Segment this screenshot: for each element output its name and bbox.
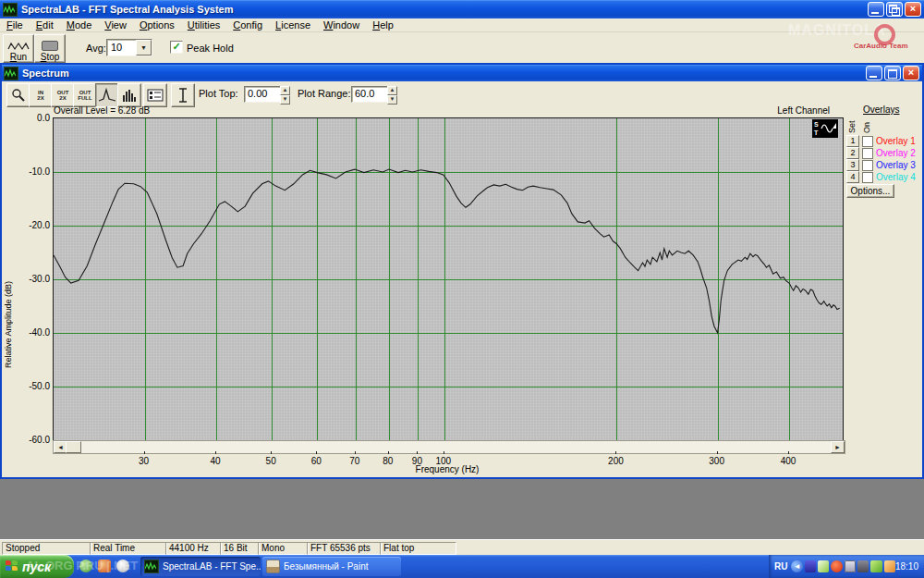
stop-button[interactable]: Stop [34,34,66,63]
plot-range-input[interactable]: 60.0 [351,86,389,103]
peak-hold-checkbox[interactable]: ✓ [170,41,183,54]
plot-top-spin-down-icon[interactable]: ▼ [280,95,290,105]
channel-st-icon[interactable]: ST [812,119,838,138]
avg-dropdown[interactable]: 10 ▼ [106,39,152,56]
overlay-4-set-button[interactable]: 4 [846,171,859,183]
tray-icon-4[interactable] [845,560,856,572]
status-channels: Mono [258,542,309,555]
menu-config[interactable]: Config [226,19,269,31]
plot-area[interactable]: ST [53,117,844,441]
minimize-button[interactable] [868,2,884,17]
magnifier-icon [11,88,26,103]
taskbar-item-spectralab[interactable]: SpectraLAB - FFT Spe... [140,557,261,576]
spectrum-minimize-button[interactable] [866,66,882,80]
y-tick-label: -40.0 [29,327,50,338]
overlay-1-checkbox[interactable] [862,136,873,147]
y-tick-label: -10.0 [29,166,50,177]
spectrum-window-title: Spectrum [22,68,69,79]
scroll-right-arrow-icon[interactable]: ► [831,441,845,453]
x-axis-title: Frequency (Hz) [53,464,842,474]
zoom-in-2x-label2: 2X [37,95,43,101]
spectrum-titlebar: Spectrum × [2,65,922,81]
start-button-label: пуск [22,560,51,574]
overlay-3-checkbox[interactable] [862,160,873,171]
spectrum-body: IN 2X OUT 2X OUT FULL Plot [2,81,922,477]
menu-license[interactable]: License [269,19,317,31]
quicklaunch-icon-1[interactable] [79,560,92,572]
scrollbar-thumb[interactable] [66,441,81,453]
status-window-function: Flat top [380,542,456,555]
quicklaunch-icon-2[interactable] [98,560,111,572]
menu-help[interactable]: Help [366,19,400,31]
amplitude-axis-button[interactable] [171,83,195,107]
tray-icon-7[interactable] [884,560,895,572]
tray-icon-3[interactable] [831,560,842,572]
line-plot-mode-button[interactable] [95,83,119,107]
overlay-options-button[interactable]: Options... [846,184,894,198]
plot-range-spin-up-icon[interactable]: ▲ [387,86,397,95]
overlay-3-set-button[interactable]: 3 [846,159,859,171]
y-tick-label: -60.0 [29,435,50,445]
plot-top-spinner[interactable]: ▲▼ [280,86,290,105]
overlays-title: Overlays [863,105,899,115]
window-controls: × [866,2,921,17]
menu-options[interactable]: Options [133,19,181,31]
language-indicator[interactable]: RU [774,561,787,572]
tray-icon-1[interactable] [805,560,816,572]
tray-icon-2[interactable] [818,560,829,572]
restore-button[interactable] [886,2,903,17]
overall-level-label: Overall Level = 6.28 dB [54,105,150,116]
y-axis-ticks: 0.0-10.0-20.0-30.0-40.0-50.0-60.0 [18,117,50,439]
plot-options-button[interactable] [143,83,167,107]
menu-mode[interactable]: Mode [60,19,99,31]
spectrum-maximize-button[interactable] [884,66,901,80]
plot-top-spin-up-icon[interactable]: ▲ [280,86,290,95]
menu-utilities[interactable]: Utilities [181,19,226,31]
zoom-out-2x-button[interactable]: OUT 2X [51,83,75,107]
zoom-tool-button[interactable] [6,83,30,107]
clock[interactable]: 18:10 [895,561,918,572]
peak-curve-icon [98,88,116,103]
close-button[interactable]: × [905,2,921,17]
menu-window[interactable]: Window [317,19,366,31]
plot-top-input[interactable]: 0.00 [244,86,282,103]
plot-h-scrollbar[interactable]: ◄ ► [53,440,845,454]
spectrum-close-button[interactable]: × [903,66,919,80]
menu-file[interactable]: File [0,19,30,31]
plot-range-label: Plot Range: [298,88,350,99]
paint-task-icon [266,560,280,573]
zoom-in-2x-button[interactable]: IN 2X [29,83,53,107]
tray-icon-5[interactable] [857,560,869,572]
tray-icon-6[interactable] [870,560,881,572]
spectrum-window-controls: × [864,66,919,80]
avg-dropdown-arrow-icon[interactable]: ▼ [136,40,152,55]
start-button[interactable]: пуск [0,555,74,578]
quicklaunch-icon-3[interactable] [116,560,129,572]
y-tick-label: -30.0 [29,274,50,284]
stop-button-label: Stop [41,52,60,62]
taskbar-item-paint[interactable]: Безымянный - Paint [262,557,401,576]
overlay-4-label: Overlay 4 [876,172,916,182]
app-icon [3,3,18,17]
tray-collapse-chevron-icon[interactable]: ◄ [791,560,802,572]
overlay-2-label: Overlay 2 [876,148,916,158]
run-waveform-icon [7,41,30,52]
overlays-panel: Overlays Set On 1 Overlay 1 2 Overlay 2 … [843,105,920,206]
run-button[interactable]: Run [3,34,34,63]
bar-plot-mode-button[interactable] [117,83,141,107]
overlay-4-checkbox[interactable] [862,172,873,183]
overlays-on-label: On [862,117,871,133]
menu-edit[interactable]: Edit [30,19,60,31]
overlay-3-label: Overlay 3 [876,160,916,170]
overlay-2-checkbox[interactable] [862,148,873,159]
y-axis-title: Relative Amplitude (dB) [4,202,13,368]
plot-range-spinner[interactable]: ▲▼ [387,86,397,105]
avg-label: Avg: [86,43,106,54]
zoom-out-full-button[interactable]: OUT FULL [73,83,97,107]
plot-range-spin-down-icon[interactable]: ▼ [387,95,397,105]
overlay-2-set-button[interactable]: 2 [846,147,859,159]
i-beam-icon [176,87,189,104]
status-bar: Stopped Real Time 44100 Hz 16 Bit Mono F… [0,539,924,556]
overlay-1-set-button[interactable]: 1 [846,135,859,147]
menu-view[interactable]: View [98,19,133,31]
